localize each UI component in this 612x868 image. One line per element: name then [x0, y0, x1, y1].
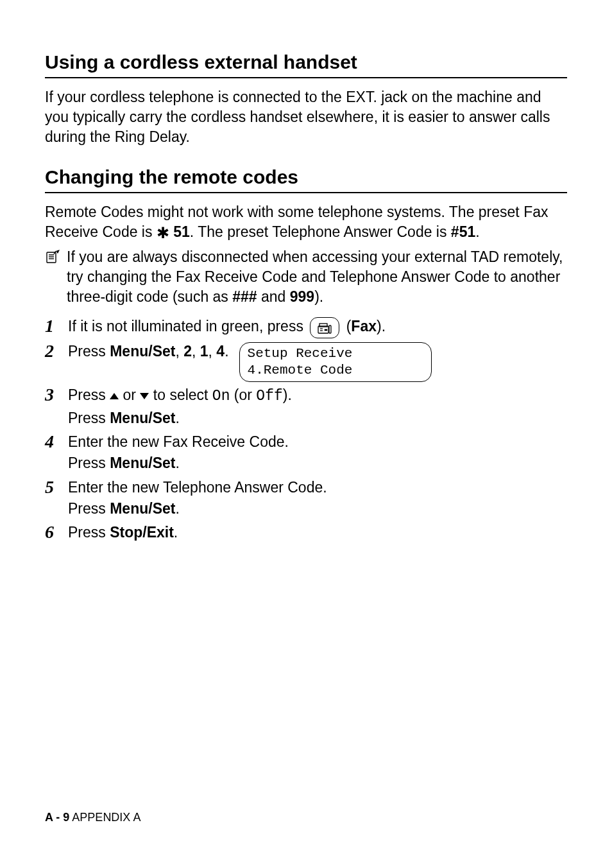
key-1: 1 [200, 343, 208, 360]
menuset-key: Menu/Set [110, 343, 175, 360]
text-fragment: ( [342, 318, 351, 334]
appendix-label: APPENDIX A [69, 811, 140, 824]
steps-list: If it is not illuminated in green, press… [45, 316, 567, 543]
option-on: On [212, 388, 230, 404]
stopexit-key: Stop/Exit [110, 524, 174, 541]
page-footer: A - 9 APPENDIX A [45, 811, 140, 824]
text-fragment: . [175, 455, 179, 471]
text-fragment: or [119, 386, 140, 403]
heading-cordless: Using a cordless external handset [45, 51, 567, 78]
telephone-answer-code: #51 [451, 223, 475, 240]
text-fragment: Enter the new Fax Receive Code. [68, 433, 289, 450]
text-fragment: ). [314, 288, 323, 305]
text-fragment: Press [68, 343, 110, 360]
menuset-key: Menu/Set [110, 410, 175, 426]
text-fragment: . [174, 524, 178, 541]
step-5: Enter the new Telephone Answer Code. Pre… [45, 477, 567, 520]
para-cordless: If your cordless telephone is connected … [45, 87, 567, 147]
star-symbol: ✱ [157, 225, 169, 241]
lcd-line-2: 4.Remote Code [248, 362, 423, 379]
key-2: 2 [183, 343, 192, 360]
lcd-line-1: Setup Receive [248, 345, 423, 362]
svg-rect-7 [329, 326, 331, 333]
text-fragment: and [257, 288, 290, 305]
step-1: If it is not illuminated in green, press… [45, 316, 567, 338]
text-fragment: Press [68, 386, 110, 403]
step-6: Press Stop/Exit. [45, 522, 567, 543]
text-fragment: Press [68, 524, 110, 541]
heading-remote-codes: Changing the remote codes [45, 166, 567, 193]
text-fragment: . [475, 223, 479, 240]
svg-point-11 [326, 329, 327, 331]
option-off: Off [256, 388, 282, 404]
text-fragment: ). [283, 386, 292, 403]
text-fragment: , [208, 343, 217, 360]
text-fragment: . [175, 500, 179, 517]
fax-label: Fax [351, 318, 377, 334]
step-3: Press or to select On (or Off). Press Me… [45, 385, 567, 429]
down-arrow-icon [140, 393, 149, 399]
text-fragment: , [175, 343, 183, 360]
note-block: If you are always disconnected when acce… [45, 247, 567, 307]
note-icon [45, 248, 63, 268]
text-fragment: ). [377, 318, 386, 334]
fax-receive-code: 51 [169, 223, 190, 240]
key-4: 4 [216, 343, 225, 360]
fax-key-icon [310, 317, 339, 338]
note-text: If you are always disconnected when acce… [67, 247, 567, 307]
lcd-display: Setup Receive 4.Remote Code [239, 342, 432, 383]
code-example-2: 999 [290, 288, 314, 305]
menuset-key: Menu/Set [110, 455, 175, 471]
text-fragment: to select [149, 386, 212, 403]
page-number: A - 9 [45, 811, 69, 824]
code-example-1: ### [232, 288, 257, 305]
text-fragment: If it is not illuminated in green, press [68, 318, 307, 334]
text-fragment: . [175, 410, 179, 426]
text-fragment: Press [68, 410, 110, 426]
text-fragment: , [192, 343, 200, 360]
step-4: Enter the new Fax Receive Code. Press Me… [45, 431, 567, 474]
text-fragment: (or [230, 386, 256, 403]
text-fragment: Enter the new Telephone Answer Code. [68, 479, 327, 496]
text-fragment: . The preset Telephone Answer Code is [190, 223, 451, 240]
up-arrow-icon [110, 393, 119, 399]
para-remote-codes: Remote Codes might not work with some te… [45, 202, 567, 242]
text-fragment: Press [68, 455, 110, 471]
text-fragment: . [225, 343, 228, 360]
menuset-key: Menu/Set [110, 500, 175, 517]
text-fragment: Press [68, 500, 110, 517]
step-2: Setup Receive 4.Remote Code Press Menu/S… [45, 341, 567, 383]
